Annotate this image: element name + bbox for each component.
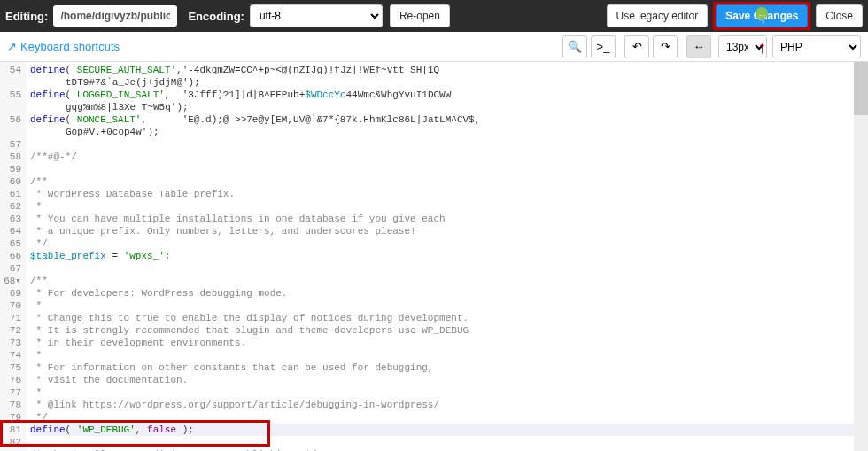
redo-button[interactable]: ↷: [653, 35, 678, 58]
external-link-icon: ↗: [7, 40, 17, 53]
code-line[interactable]: [30, 436, 864, 448]
code-line[interactable]: define('LOGGED_IN_SALT', '3Jfff)?1]|d|B^…: [30, 89, 864, 101]
code-area[interactable]: define('SECURE_AUTH_SALT','-4dkqmZW=CC^+…: [27, 62, 868, 451]
scroll-thumb[interactable]: [854, 62, 868, 115]
save-changes-button[interactable]: Save Changes: [716, 4, 808, 27]
vertical-scrollbar[interactable]: [854, 62, 868, 451]
code-line[interactable]: [30, 138, 864, 151]
code-line[interactable]: $table_prefix = 'wpxs_';: [30, 250, 864, 262]
editor-toolbar: ↗ Keyboard shortcuts 🔍 >_ ↶ ↷ ↔ 13px PHP: [0, 32, 868, 62]
code-line[interactable]: *: [30, 200, 864, 213]
code-line[interactable]: * It is strongly recommended that plugin…: [30, 324, 864, 337]
code-line[interactable]: *: [30, 386, 864, 399]
line-gutter: 54 55 56 575859606162636465666768▾697071…: [0, 62, 27, 451]
code-line[interactable]: * You can have multiple installations in…: [30, 213, 864, 225]
code-line[interactable]: /**: [30, 275, 864, 287]
code-line[interactable]: * in their development environments.: [30, 337, 864, 349]
undo-button[interactable]: ↶: [624, 35, 649, 58]
search-icon: 🔍: [568, 40, 582, 53]
top-toolbar: Editing: Encoding: utf-8 Re-open Use leg…: [0, 0, 868, 32]
terminal-button[interactable]: >_: [591, 35, 616, 58]
arrow-down-icon: ↑: [757, 37, 766, 58]
code-line[interactable]: * For developers: WordPress debugging mo…: [30, 287, 864, 299]
legacy-editor-button[interactable]: Use legacy editor: [607, 4, 709, 27]
code-line[interactable]: define( 'WP_DEBUG', false );: [30, 424, 864, 436]
code-line[interactable]: gqg%m%8|l3Xe T~W5q');: [30, 101, 864, 113]
code-line[interactable]: * a unique prefix. Only numbers, letters…: [30, 225, 864, 237]
code-line[interactable]: [30, 262, 864, 275]
code-line[interactable]: * @link https://wordpress.org/support/ar…: [30, 399, 864, 411]
language-select[interactable]: PHP: [772, 35, 861, 58]
code-line[interactable]: * visit the documentation.: [30, 374, 864, 386]
encoding-label: Encoding:: [188, 10, 244, 23]
encoding-select[interactable]: utf-8: [250, 4, 383, 27]
redo-icon: ↷: [661, 40, 670, 53]
wrap-icon: ↔: [694, 40, 705, 53]
code-line[interactable]: tDT9#7&`a_Je(j+jdjM@');: [30, 76, 864, 89]
file-path-input[interactable]: [53, 5, 177, 27]
code-line[interactable]: * Change this to true to enable the disp…: [30, 312, 864, 324]
code-line[interactable]: /**#@-*/: [30, 151, 864, 163]
code-line[interactable]: *: [30, 349, 864, 362]
code-editor[interactable]: 54 55 56 575859606162636465666768▾697071…: [0, 62, 868, 451]
search-button[interactable]: 🔍: [562, 35, 587, 58]
code-line[interactable]: /**: [30, 175, 864, 188]
code-line[interactable]: [30, 163, 864, 175]
close-button[interactable]: Close: [816, 4, 863, 27]
code-line[interactable]: *: [30, 299, 864, 312]
keyboard-shortcuts-link[interactable]: ↗ Keyboard shortcuts: [7, 40, 120, 53]
undo-icon: ↶: [632, 40, 642, 53]
editing-label: Editing:: [5, 10, 48, 23]
code-line[interactable]: * WordPress Database Table prefix.: [30, 188, 864, 200]
code-line[interactable]: * For information on other constants tha…: [30, 362, 864, 374]
code-line[interactable]: Gop#V.+0cop4w');: [30, 126, 864, 138]
code-line[interactable]: define('NONCE_SALT', 'E@.d);@ >>7e@y[EM,…: [30, 113, 864, 126]
save-highlight-box: Save Changes: [713, 2, 810, 30]
wrap-button[interactable]: ↔: [686, 35, 711, 58]
code-line[interactable]: define('SECURE_AUTH_SALT','-4dkqmZW=CC^+…: [30, 64, 864, 76]
terminal-icon: >_: [597, 40, 610, 53]
code-line[interactable]: */: [30, 411, 864, 424]
reopen-button[interactable]: Re-open: [390, 4, 450, 27]
code-line[interactable]: */: [30, 237, 864, 250]
